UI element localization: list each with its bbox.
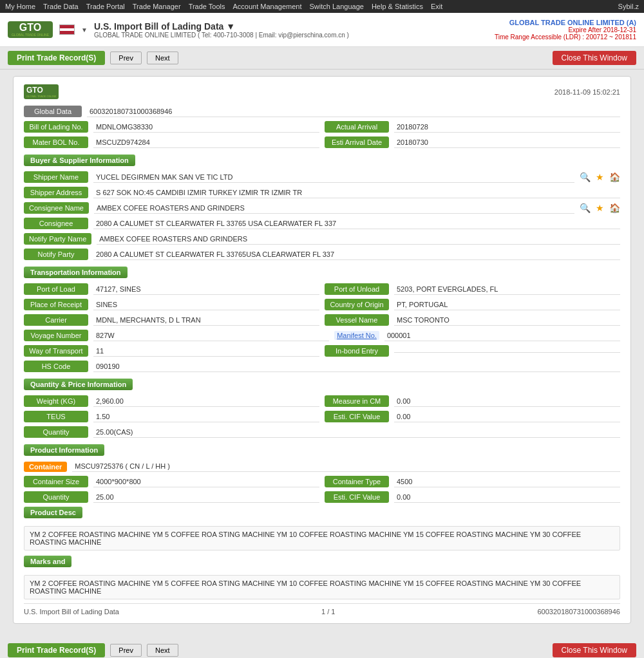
next-button-bottom[interactable]: Next <box>147 644 178 657</box>
shipper-star-icon[interactable]: ★ <box>596 172 604 182</box>
nav-account-management[interactable]: Account Management <box>233 3 302 10</box>
weight-value: 2,960.00 <box>93 396 319 407</box>
bottom-toolbar: Print Trade Record(S) Prev Next Close Th… <box>0 639 644 658</box>
product-desc-value: YM 2 COFFEE ROASTING MACHINE YM 5 COFFEE… <box>24 526 620 550</box>
shipper-address-value: S 627 SOK NO:45 CAMDIBI IZMIR TURKEY IZM… <box>93 187 620 198</box>
place-receipt-row: Place of Receipt SINES Country of Origin… <box>24 299 620 310</box>
bol-row: Bill of Lading No. MDNLOMG38330 Actual A… <box>24 121 620 133</box>
nav-switch-language[interactable]: Switch Language <box>310 3 364 10</box>
main-content: GTO GLOBAL TRADE ONLINE 2018-11-09 15:02… <box>0 70 644 639</box>
product-quantity-row: Quantity 25.00 Esti. CIF Value 0.00 <box>24 491 620 503</box>
logo: GTO GLOBAL TRADE ONLINE <box>8 17 53 42</box>
weight-label: Weight (KG) <box>24 395 88 407</box>
consignee-star-icon[interactable]: ★ <box>596 203 604 213</box>
inbond-value <box>394 350 620 353</box>
teus-row: TEUS 1.50 Esti. CIF Value 0.00 <box>24 411 620 422</box>
way-transport-label: Way of Transport <box>24 345 88 357</box>
shipper-address-row: Shipper Address S 627 SOK NO:45 CAMDIBI … <box>24 187 620 198</box>
master-bol-value: MSCUZD974284 <box>93 137 319 148</box>
quantity-title: Quantity & Price Information <box>24 379 133 390</box>
prev-button-bottom[interactable]: Prev <box>110 644 142 657</box>
page-header: GTO GLOBAL TRADE ONLINE ▼ U.S. Import Bi… <box>0 13 644 47</box>
shipper-name-value: YUCEL DEGIRMEN MAK SAN VE TIC LTD <box>93 172 574 183</box>
close-button-top[interactable]: Close This Window <box>553 51 636 65</box>
notify-party-name-value: AMBEX COFEE ROASTERS AND GRINDERS <box>97 234 620 245</box>
bol-value: MDNLOMG38330 <box>93 122 319 133</box>
hs-code-label: HS Code <box>24 361 88 372</box>
prev-button-top[interactable]: Prev <box>110 52 142 64</box>
buyer-supplier-title: Buyer & Supplier Information <box>24 155 135 166</box>
print-button-bottom[interactable]: Print Trade Record(S) <box>8 643 105 657</box>
way-transport-row: Way of Transport 11 In-bond Entry <box>24 345 620 357</box>
manifest-value: 000001 <box>384 330 620 341</box>
user-label: Sybil.z <box>618 3 639 10</box>
print-button-top[interactable]: Print Trade Record(S) <box>8 51 105 65</box>
voyage-value: 827W <box>93 330 329 341</box>
way-transport-value: 11 <box>93 346 319 357</box>
esti-cif-qty-label: Esti. CIF Value <box>325 411 389 422</box>
container-size-row: Container Size 4000*900*800 Container Ty… <box>24 476 620 487</box>
nav-help[interactable]: Help & Statistics <box>372 3 423 10</box>
card-footer-record-id: 600320180731000368946 <box>538 608 620 616</box>
global-data-row: Global Data 600320180731000368946 <box>24 106 620 117</box>
nav-trade-portal[interactable]: Trade Portal <box>86 3 125 10</box>
port-unload-label: Port of Unload <box>325 283 389 295</box>
product-quantity-label: Quantity <box>24 491 88 503</box>
nav-my-home[interactable]: My Home <box>5 3 35 10</box>
consignee-label: Consignee <box>24 218 88 229</box>
product-desc-section: Product Desc YM 2 COFFEE ROASTING MACHIN… <box>24 507 620 550</box>
nav-trade-data[interactable]: Trade Data <box>43 3 79 10</box>
record-card: GTO GLOBAL TRADE ONLINE 2018-11-09 15:02… <box>13 76 631 624</box>
teus-label: TEUS <box>24 411 88 422</box>
hs-code-value: 090190 <box>93 361 620 372</box>
flag-icon <box>59 24 75 35</box>
card-logo: GTO GLOBAL TRADE ONLINE <box>24 84 59 99</box>
quantity-section: Quantity & Price Information Weight (KG)… <box>24 379 620 438</box>
transportation-title: Transportation Information <box>24 267 128 278</box>
card-footer-label: U.S. Import Bill of Lading Data <box>24 608 119 616</box>
nav-trade-manager[interactable]: Trade Manager <box>133 3 181 10</box>
actual-arrival-value: 20180728 <box>394 122 620 133</box>
product-esti-cif-label: Esti. CIF Value <box>325 491 389 503</box>
notify-party-label: Notify Party <box>24 249 88 260</box>
place-receipt-label: Place of Receipt <box>24 299 88 310</box>
port-load-label: Port of Load <box>24 283 88 295</box>
nav-exit[interactable]: Exit <box>431 3 442 10</box>
teus-value: 1.50 <box>93 411 319 422</box>
expire-date: Expire After 2018-12-31 <box>495 26 636 33</box>
next-button-top[interactable]: Next <box>147 52 178 64</box>
voyage-label: Voyage Number <box>24 330 88 341</box>
vessel-value: MSC TORONTO <box>394 315 620 326</box>
container-value: MSCU9725376 ( CN / L / HH ) <box>72 461 620 472</box>
weight-row: Weight (KG) 2,960.00 Measure in CM 0.00 <box>24 395 620 407</box>
place-receipt-value: SINES <box>93 299 319 310</box>
manifest-label[interactable]: Manifest No. <box>334 331 379 340</box>
container-type-value: 4500 <box>394 476 620 487</box>
nav-menu: My Home Trade Data Trade Portal Trade Ma… <box>5 3 442 10</box>
bol-label: Bill of Lading No. <box>24 121 88 133</box>
notify-party-name-row: Notify Party Name AMBEX COFEE ROASTERS A… <box>24 233 620 245</box>
shipper-name-label: Shipper Name <box>24 171 88 183</box>
consignee-house-icon[interactable]: 🏠 <box>609 203 620 213</box>
quantity-row: Quantity 25.00(CAS) <box>24 426 620 438</box>
master-bol-label: Mater BOL No. <box>24 136 88 148</box>
header-right: GLOBAL TRADE ONLINE LIMITED (A) Expire A… <box>495 19 636 41</box>
card-footer-page: 1 / 1 <box>321 608 335 616</box>
esti-arrival-label: Esti Arrival Date <box>325 136 389 148</box>
port-unload-value: 5203, PORT EVERGLADES, FL <box>394 284 620 295</box>
consignee-search-icon[interactable]: 🔍 <box>580 203 591 213</box>
shipper-search-icon[interactable]: 🔍 <box>580 172 591 182</box>
esti-arrival-value: 20180730 <box>394 137 620 148</box>
top-navigation: My Home Trade Data Trade Portal Trade Ma… <box>0 0 644 13</box>
product-esti-cif-value: 0.00 <box>394 492 620 503</box>
vessel-label: Vessel Name <box>325 314 389 326</box>
transportation-section: Transportation Information Port of Load … <box>24 267 620 372</box>
card-header: GTO GLOBAL TRADE ONLINE 2018-11-09 15:02… <box>24 84 620 99</box>
esti-cif-qty-value: 0.00 <box>394 411 620 422</box>
global-data-value: 600320180731000368946 <box>87 106 620 117</box>
country-origin-value: PT, PORTUGAL <box>394 299 620 310</box>
nav-trade-tools[interactable]: Trade Tools <box>189 3 225 10</box>
shipper-house-icon[interactable]: 🏠 <box>609 172 620 182</box>
hs-code-row: HS Code 090190 <box>24 361 620 372</box>
close-button-bottom[interactable]: Close This Window <box>553 643 636 657</box>
